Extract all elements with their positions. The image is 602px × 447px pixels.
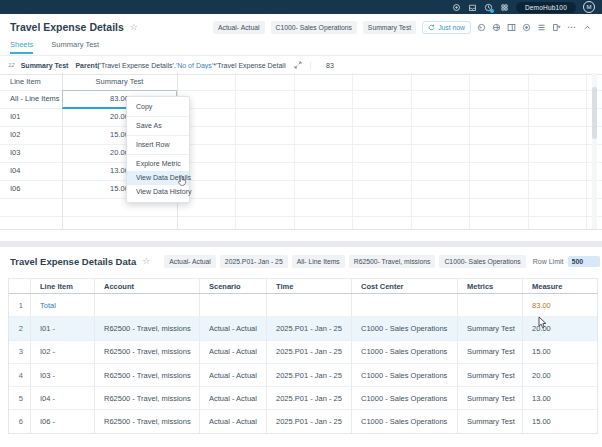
data-table: Line Item Account Scenario Time Cost Cen…: [8, 278, 598, 434]
filter-chip-account[interactable]: R62500- Travel, missions: [349, 255, 436, 268]
top-navbar: DemoHub100 M: [0, 0, 602, 14]
table-row[interactable]: 5 I04 - R62500 - Travel, missions Actual…: [9, 387, 597, 410]
table-header-row: Line Item Account Scenario Time Cost Cen…: [9, 279, 597, 294]
data-panel-header: Travel Expense Details Data ☆ Actual- Ac…: [0, 252, 602, 270]
row-limit-input[interactable]: [568, 256, 600, 267]
apps-grid-icon[interactable]: [500, 3, 509, 12]
menu-separator: [127, 116, 189, 117]
scrollbar-thumb[interactable]: [592, 87, 597, 139]
menu-separator: [127, 135, 189, 136]
menu-item-explore-metric[interactable]: Explore Metric: [127, 157, 189, 171]
grid-column-header[interactable]: Summary Test: [62, 73, 177, 90]
grid-line: [294, 73, 295, 229]
grid-line: [411, 73, 412, 229]
column-header: Time: [267, 279, 352, 293]
data-panel-title: Travel Expense Details Data: [10, 256, 136, 267]
undo-history-icon[interactable]: [477, 23, 486, 32]
refresh-icon: [428, 24, 435, 31]
formula-item-name: Summary Test: [21, 62, 69, 69]
table-row[interactable]: 3 I02 - R62500 - Travel, missions Actual…: [9, 341, 597, 364]
notification-dot: [490, 9, 494, 13]
worksheet-grid[interactable]: Line Item Summary Test All - Line Items …: [0, 73, 602, 230]
grid-scrollbar[interactable]: [592, 73, 597, 229]
menu-separator: [127, 154, 189, 155]
grid-line: [235, 73, 236, 229]
grid-row-header[interactable]: I03: [10, 144, 20, 162]
column-header: Measure: [523, 279, 597, 293]
filter-chip-lineitems[interactable]: All- Line Items: [292, 255, 345, 268]
tab-sheets[interactable]: Sheets: [10, 40, 33, 54]
export-icon[interactable]: [552, 23, 561, 32]
more-options-icon[interactable]: ⋯: [567, 24, 577, 30]
focus-target-icon[interactable]: [522, 23, 531, 32]
list-view-icon[interactable]: [537, 23, 546, 32]
grid-line: [352, 73, 353, 229]
grid-row-header[interactable]: I02: [10, 126, 20, 144]
favorite-star-icon[interactable]: ☆: [130, 22, 138, 32]
expand-icon[interactable]: [294, 61, 302, 69]
context-chip-scenario[interactable]: Actual- Actual: [213, 21, 265, 34]
grid-corner-header: Line Item: [10, 73, 41, 90]
settings-icon[interactable]: [452, 3, 461, 12]
context-chip-metrics[interactable]: Summary Test: [363, 21, 416, 34]
context-menu: Copy Save As Insert Row Explore Metric V…: [126, 96, 190, 203]
menu-item-insert-row[interactable]: Insert Row: [127, 138, 189, 152]
inbox-icon[interactable]: [468, 3, 477, 12]
column-header: Account: [95, 279, 200, 293]
grid-row-header[interactable]: I06: [10, 180, 20, 198]
row-limit-label: Row Limit: [533, 258, 564, 265]
collapse-panel-icon[interactable]: [583, 23, 592, 32]
worksheet-header: Travel Expense Details ☆ Actual- Actual …: [0, 14, 602, 40]
filter-chip-costcenter[interactable]: C1000- Sales Operations: [439, 255, 525, 268]
column-header: Scenario: [200, 279, 267, 293]
number-format-icon: 12: [8, 62, 15, 68]
column-header: Metrics: [458, 279, 523, 293]
refresh-status-button[interactable]: Just now: [422, 21, 471, 34]
filter-chip-scenario[interactable]: Actual- Actual: [164, 255, 216, 268]
grid-line: [528, 73, 529, 229]
cell-value-field[interactable]: 83: [310, 62, 594, 69]
mouse-cursor-hand: [178, 175, 187, 191]
menu-item-view-data-details[interactable]: View Data Details: [127, 171, 189, 185]
grid-line: [586, 73, 587, 229]
data-panel: Travel Expense Details Data ☆ Actual- Ac…: [0, 247, 602, 447]
grid-line: [469, 73, 470, 229]
grid-row-header[interactable]: I04: [10, 162, 20, 180]
table-row[interactable]: 2 I01 - R62500 - Travel, missions Actual…: [9, 317, 597, 340]
page-title: Travel Expense Details: [10, 21, 124, 33]
worksheet-toolbar: Actual- Actual C1000- Sales Operations S…: [213, 21, 592, 34]
formula-text[interactable]: Parent('Travel Expense Details'.'No of D…: [75, 62, 286, 69]
table-row-total[interactable]: 1 Total 83.00: [9, 294, 597, 317]
menu-item-copy[interactable]: Copy: [127, 100, 189, 114]
user-avatar[interactable]: M: [583, 1, 595, 13]
formula-bar: 12 Summary Test Parent('Travel Expense D…: [0, 55, 602, 75]
history-clock-icon[interactable]: [484, 3, 493, 12]
total-link[interactable]: Total: [31, 294, 95, 316]
link-share-icon[interactable]: [492, 23, 501, 32]
worksheet-tabs: Sheets Summary Test: [10, 40, 99, 54]
grid-row-header[interactable]: All - Line Items: [10, 90, 60, 108]
table-row[interactable]: 6 I06 - R62500 - Travel, missions Actual…: [9, 410, 597, 432]
column-header: Line Item: [31, 279, 95, 293]
favorite-star-icon[interactable]: ☆: [142, 256, 150, 266]
menu-item-save-as[interactable]: Save As: [127, 119, 189, 133]
app-window: DemoHub100 M Travel Expense Details ☆ Ac…: [0, 0, 602, 447]
column-header: Cost Center: [352, 279, 458, 293]
split-panel-icon[interactable]: [507, 23, 516, 32]
sync-status-label: Just now: [438, 23, 465, 32]
table-row[interactable]: 4 I03 - R62500 - Travel, missions Actual…: [9, 364, 597, 387]
context-chip-costcenter[interactable]: C1000- Sales Operations: [271, 21, 357, 34]
tab-summary-test[interactable]: Summary Test: [51, 40, 99, 54]
grid-row-header[interactable]: I01: [10, 108, 20, 126]
filter-chip-time[interactable]: 2025.P01- Jan - 25: [220, 255, 288, 268]
workspace-badge[interactable]: DemoHub100: [516, 2, 576, 13]
